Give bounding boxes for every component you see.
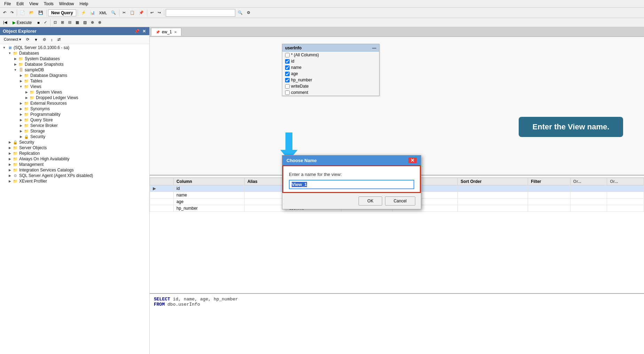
expand-xevent[interactable]: ▶	[7, 179, 13, 183]
col-age-checkbox[interactable]	[285, 72, 290, 76]
grid-cell-col[interactable]: id	[174, 185, 245, 192]
tree-security-db[interactable]: ▶ 🔒 Security	[0, 134, 149, 139]
oe-refresh-button[interactable]: ⟳	[24, 36, 31, 43]
start-button[interactable]: |◀	[1, 19, 9, 26]
tree-databases[interactable]: ▼ 📁 Databases	[0, 50, 149, 56]
expand-server-objects[interactable]: ▶	[7, 146, 13, 150]
expand-databases[interactable]: ▼	[7, 51, 13, 55]
expand-db-diagrams[interactable]: ▶	[18, 74, 24, 77]
search-button[interactable]: 🔍	[236, 9, 244, 16]
check-button[interactable]: ✓	[42, 19, 49, 26]
expand-system-views[interactable]: ▶	[24, 90, 29, 94]
menu-tools[interactable]: Tools	[41, 1, 56, 7]
tree-security[interactable]: ▶ 🔒 Security	[0, 139, 149, 145]
oe-filter-button[interactable]: ▼	[32, 37, 40, 43]
cut-button[interactable]: ✂	[121, 9, 127, 16]
expand-synonyms[interactable]: ▶	[18, 107, 24, 111]
expand-security-db[interactable]: ▶	[18, 135, 24, 138]
expand-integration-services[interactable]: ▶	[7, 168, 13, 172]
tb-exec5[interactable]: ▦	[74, 19, 81, 26]
tb-btn1[interactable]: ⚡	[79, 9, 88, 16]
view-name-input[interactable]	[289, 180, 414, 189]
expand-programmability[interactable]: ▶	[18, 113, 24, 116]
expand-system-dbs[interactable]: ▶	[13, 57, 18, 61]
oe-close-button[interactable]: ✕	[142, 29, 147, 34]
tree-service-broker[interactable]: ▶ 📁 Service Broker	[0, 123, 149, 128]
tree-system-dbs[interactable]: ▶ 📁 System Databases	[0, 56, 149, 62]
grid-cell-col[interactable]: hp_number	[174, 205, 245, 212]
col-age[interactable]: age	[282, 71, 379, 77]
col-id-checkbox[interactable]	[285, 59, 290, 64]
tb-btn3[interactable]: XML	[97, 10, 109, 16]
tb-exec6[interactable]: ▧	[81, 19, 88, 26]
tb-exec2[interactable]: ⊡	[52, 19, 58, 26]
tree-sampledb[interactable]: ▼ 🗄 sampleDB	[0, 67, 149, 73]
col-hp-number[interactable]: hp_number	[282, 77, 379, 83]
tree-external-resources[interactable]: ▶ 📁 External Resources	[0, 100, 149, 106]
oe-sync-button[interactable]: ⇄	[56, 36, 62, 43]
stop-button[interactable]: ■	[36, 19, 41, 26]
search-toolbar-input[interactable]	[166, 9, 235, 17]
expand-sql-agent[interactable]: ▶	[7, 174, 13, 177]
expand-query-store[interactable]: ▶	[18, 118, 24, 122]
tree-storage[interactable]: ▶ 📁 Storage	[0, 128, 149, 134]
expand-db-snapshots[interactable]: ▶	[13, 63, 18, 66]
expand-replication[interactable]: ▶	[7, 152, 13, 155]
copy-button[interactable]: 📋	[128, 9, 136, 16]
grid-cell-or1[interactable]	[570, 185, 607, 192]
tree-replication[interactable]: ▶ 📁 Replication	[0, 151, 149, 156]
menu-edit[interactable]: Edit	[14, 1, 26, 7]
tb-btn2[interactable]: 📊	[88, 9, 97, 16]
save-button[interactable]: 💾	[37, 9, 45, 16]
oe-collapse-button[interactable]: ↕	[49, 37, 55, 43]
col-hp-number-checkbox[interactable]	[285, 78, 290, 82]
grid-cell-alias[interactable]	[244, 205, 286, 212]
col-write-date[interactable]: writeDate	[282, 83, 379, 89]
new-file-button[interactable]: 📄	[18, 9, 27, 16]
tb-exec3[interactable]: ⊞	[59, 19, 66, 26]
tree-tables[interactable]: ▶ 📁 Tables	[0, 78, 149, 84]
expand-sampledb[interactable]: ▼	[13, 68, 18, 72]
menu-window[interactable]: Window	[56, 1, 77, 7]
expand-security[interactable]: ▶	[7, 140, 13, 144]
tb-btn4[interactable]: 🔍	[109, 9, 118, 16]
col-all-columns[interactable]: * (All Columns)	[282, 52, 379, 58]
tb-undo2[interactable]: ↩	[149, 9, 155, 16]
tab-close-button[interactable]: ✕	[174, 30, 177, 34]
tb-exec4[interactable]: ⊟	[66, 19, 73, 26]
tree-synonyms[interactable]: ▶ 📁 Synonyms	[0, 106, 149, 112]
menu-help[interactable]: Help	[77, 1, 91, 7]
sql-text-area[interactable]: SELECT id, name, age, hp_number FROM dbo…	[150, 293, 644, 354]
tree-query-store[interactable]: ▶ 📁 Query Store	[0, 117, 149, 123]
expand-tables[interactable]: ▶	[18, 79, 24, 83]
dialog-close-button[interactable]: ✕	[408, 158, 417, 163]
oe-connect-button[interactable]: Connect ▾	[2, 36, 23, 43]
tree-views[interactable]: ▼ 📁 Views	[0, 84, 149, 89]
col-id[interactable]: id	[282, 58, 379, 64]
dialog-cancel-button[interactable]: Cancel	[385, 196, 415, 206]
expand-service-broker[interactable]: ▶	[18, 124, 24, 127]
tree-system-views[interactable]: ▶ 📁 System Views	[0, 89, 149, 95]
col-comment-checkbox[interactable]	[285, 90, 290, 95]
grid-cell-or2[interactable]	[607, 185, 644, 192]
expand-dropped-ledger[interactable]: ▶	[24, 96, 29, 99]
tree-management[interactable]: ▶ 📁 Management	[0, 162, 149, 167]
tree-server-objects[interactable]: ▶ 📁 Server Objects	[0, 145, 149, 151]
grid-cell-col[interactable]: name	[174, 192, 245, 199]
tree-programmability[interactable]: ▶ 📁 Programmability	[0, 112, 149, 117]
grid-cell-sort-order[interactable]	[458, 185, 528, 192]
grid-cell-alias[interactable]	[244, 192, 286, 199]
col-all-columns-checkbox[interactable]	[285, 53, 290, 57]
expand-always-on[interactable]: ▶	[7, 157, 13, 161]
expand-storage[interactable]: ▶	[18, 129, 24, 133]
expand-external-resources[interactable]: ▶	[18, 102, 24, 105]
settings-button[interactable]: ⚙	[245, 9, 252, 16]
oe-clear-filter-button[interactable]: ⊘	[41, 36, 48, 43]
tree-integration-services[interactable]: ▶ 📁 Integration Services Catalogs	[0, 167, 149, 173]
tb-exec7[interactable]: ⊕	[89, 19, 96, 26]
expand-views[interactable]: ▼	[18, 85, 24, 88]
open-button[interactable]: 📂	[28, 9, 36, 16]
paste-button[interactable]: 📌	[137, 9, 146, 16]
tb-redo2[interactable]: ↪	[156, 9, 163, 16]
tree-server[interactable]: ▼ 🖥 (SQL Server 16.0.1000.6 - sa)	[0, 45, 149, 50]
